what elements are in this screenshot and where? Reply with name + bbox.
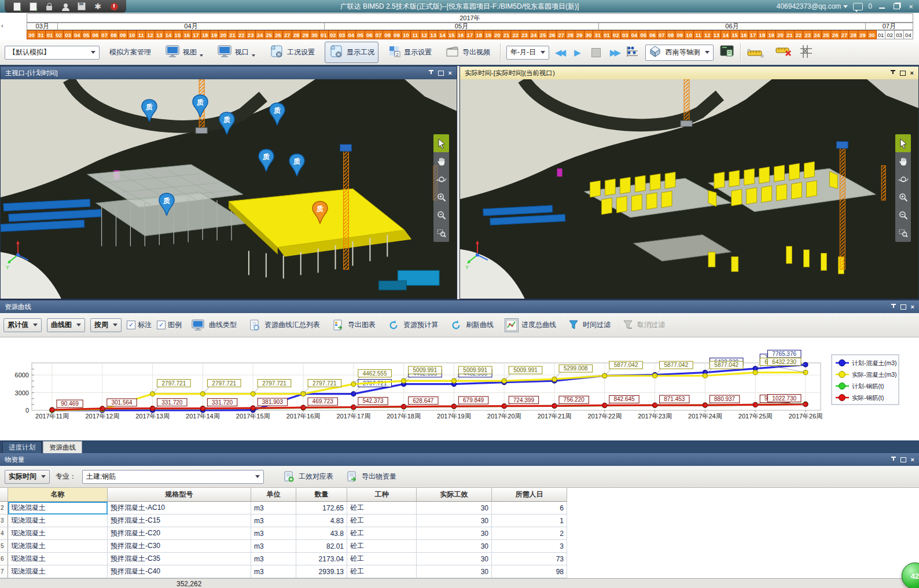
timeline-day[interactable]: 04 [630, 30, 639, 39]
zoom-out-tool[interactable] [895, 206, 911, 224]
timeline-day[interactable]: 29 [858, 30, 867, 39]
cell[interactable]: 6 [492, 502, 567, 514]
zoom-out-tool[interactable] [433, 206, 449, 224]
quality-marker-pin[interactable]: 质 [141, 99, 158, 122]
timeline-day[interactable]: 19 [210, 30, 219, 39]
select-tool[interactable] [895, 134, 911, 152]
user-icon[interactable] [60, 2, 71, 11]
column-header[interactable]: 规格型号 [108, 488, 251, 502]
cell[interactable]: 砼工 [347, 540, 417, 553]
cell[interactable]: m3 [251, 565, 296, 578]
timeline-day[interactable]: 20 [219, 30, 228, 39]
timeline-day[interactable]: 05 [82, 30, 91, 39]
timeline-day[interactable]: 03 [895, 30, 904, 39]
timeline-day[interactable]: 18 [475, 30, 484, 39]
timeline-day[interactable]: 07 [100, 30, 109, 39]
cell[interactable]: 30 [417, 514, 492, 527]
cell[interactable]: 预拌混凝土-C20 [108, 527, 251, 540]
timeline-day[interactable]: 07 [374, 30, 384, 39]
quality-marker-pin[interactable]: 质 [192, 94, 209, 117]
cell[interactable]: 73 [492, 553, 567, 565]
quality-marker-pin[interactable]: 质 [288, 153, 306, 177]
measure-button[interactable] [747, 47, 770, 58]
timeline-day[interactable]: 31 [593, 30, 602, 39]
timeline-day[interactable]: 23 [803, 30, 813, 39]
timeline-day[interactable]: 16 [740, 30, 749, 39]
column-header[interactable]: 单位 [251, 488, 296, 502]
orbit-tool[interactable] [895, 170, 911, 188]
timeline-day[interactable]: 22 [795, 30, 804, 39]
timeline-day[interactable]: 23 [520, 30, 530, 39]
timeline-day[interactable]: 21 [228, 30, 237, 39]
column-header[interactable]: 名称 [8, 488, 108, 502]
timeline-day[interactable]: 09 [119, 30, 128, 39]
import-icon[interactable]: ↓ [12, 2, 22, 11]
column-header[interactable]: 所需人日 [492, 488, 567, 502]
rewind-button[interactable]: ◀◀ [555, 48, 564, 57]
timeline-day[interactable]: 30 [27, 30, 36, 39]
cell[interactable]: 43.8 [296, 527, 347, 540]
cell[interactable]: 30 [417, 527, 492, 540]
table-row[interactable]: 3现浇混凝土预拌混凝土-C15m34.83砼工301 [0, 514, 919, 527]
timeline-day[interactable]: 25 [264, 30, 274, 39]
summary-list-button[interactable]: 资源曲线汇总列表 [245, 316, 323, 335]
legend-checkbox[interactable]: ✓图例 [157, 320, 182, 330]
timeline-day[interactable]: 27 [283, 30, 292, 39]
date-granularity-select[interactable]: 年-月-日 [506, 46, 549, 60]
cell[interactable]: 现浇混凝土 [8, 514, 108, 527]
timeline-day[interactable]: 29 [301, 30, 310, 39]
cell[interactable]: 3 [492, 540, 567, 553]
timeline-day[interactable]: 19 [484, 30, 493, 39]
orbit-tool[interactable] [433, 170, 449, 188]
cell[interactable]: 现浇混凝土 [8, 527, 108, 540]
timeline-day[interactable]: 04 [73, 30, 82, 39]
cell[interactable]: 2173.04 [296, 553, 347, 565]
cell[interactable]: 30 [417, 540, 492, 553]
close-panel-icon[interactable]: × [911, 304, 914, 310]
cell[interactable]: 2 [492, 527, 567, 540]
aggregate-select[interactable]: 累计值 [3, 318, 42, 332]
timeline-day[interactable]: 05 [356, 30, 365, 39]
timeline-day[interactable]: 13 [712, 30, 722, 39]
timeline-day[interactable]: 03 [338, 30, 347, 39]
save-icon[interactable] [76, 2, 87, 11]
cell[interactable]: m3 [251, 514, 296, 527]
major-select[interactable]: 土建;钢筋 [82, 470, 264, 484]
close-panel-icon[interactable]: × [910, 70, 914, 76]
cell[interactable]: m3 [251, 502, 296, 514]
timeline-day[interactable]: 02 [885, 30, 895, 39]
timeline-day[interactable]: 03 [621, 30, 630, 39]
chart-type-select[interactable]: 曲线图 [47, 318, 85, 332]
timeline-day[interactable]: 02 [54, 30, 64, 39]
cell[interactable]: 30 [417, 502, 492, 514]
cell[interactable]: 砼工 [347, 502, 417, 514]
show-condition-button[interactable]: 显示工况 [325, 42, 378, 63]
zoom-window-tool[interactable] [895, 224, 911, 242]
table-row[interactable]: 2现浇混凝土预拌混凝土-AC10m3172.65砼工306 [0, 502, 919, 514]
fast-forward-button[interactable]: ▶▶ [610, 48, 619, 57]
timeline-day[interactable]: 30 [585, 30, 594, 39]
cell[interactable]: 现浇混凝土 [8, 565, 108, 578]
timeline-day[interactable]: 07 [657, 30, 667, 39]
cell[interactable]: 30 [417, 553, 492, 565]
exit-icon[interactable] [109, 2, 119, 11]
timeline-day[interactable]: 06 [91, 30, 100, 39]
row-number[interactable]: 4 [0, 527, 8, 540]
timeline-day[interactable]: 17 [749, 30, 758, 39]
close-panel-icon[interactable]: × [911, 457, 914, 463]
quality-marker-pin[interactable]: 质 [311, 201, 329, 224]
timeline-day[interactable]: 22 [511, 30, 520, 39]
cell[interactable]: 1 [492, 514, 567, 527]
timeline-day[interactable]: 10 [685, 30, 694, 39]
maximize-panel-icon[interactable] [438, 71, 444, 76]
cell[interactable]: 砼工 [347, 527, 417, 540]
timeline-day[interactable]: 25 [822, 30, 831, 39]
timeline-day[interactable]: 22 [237, 30, 247, 39]
pin-icon[interactable] [891, 304, 896, 310]
pan-tool[interactable] [895, 152, 911, 170]
table-row[interactable]: 7现浇混凝土预拌混凝土-C40m32939.13砼工3098 [0, 565, 919, 578]
table-row[interactable]: 5现浇混凝土预拌混凝土-C30m382.01砼工303 [0, 540, 919, 553]
timeline-day[interactable]: 18 [201, 30, 210, 39]
cell[interactable]: 砼工 [347, 553, 417, 565]
close-panel-icon[interactable]: × [449, 70, 452, 76]
